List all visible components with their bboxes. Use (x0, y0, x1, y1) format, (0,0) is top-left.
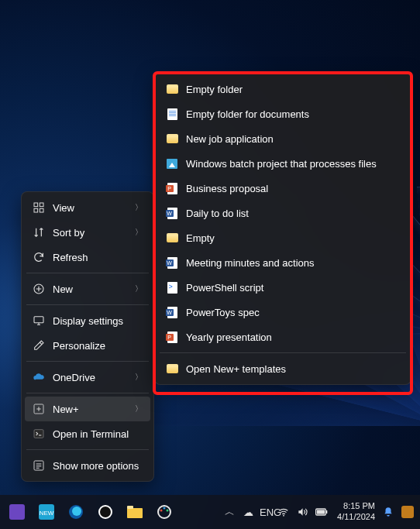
flyout-item-label: Open New+ templates (186, 363, 400, 375)
flyout-item-windows-batch-project-that-processes-files[interactable]: Windows batch project that processes fil… (158, 151, 408, 176)
menu-item-new-[interactable]: New+〉 (25, 397, 150, 421)
menu-item-show-more-options[interactable]: Show more options (25, 453, 150, 478)
menu-separator (160, 352, 406, 353)
svg-rect-5 (34, 317, 43, 323)
chevron-right-icon: 〉 (135, 404, 143, 414)
taskbar: NEW ︿ ☁ ENG 8:15 PM 4/11/2024 (0, 495, 420, 529)
img-icon (166, 157, 178, 170)
flyout-item-label: Windows batch project that processes fil… (186, 158, 400, 170)
folder-icon (166, 362, 178, 375)
svg-rect-8 (34, 461, 43, 470)
taskbar-app-paint[interactable] (150, 498, 178, 526)
menu-item-label: Open in Terminal (53, 428, 143, 440)
svg-rect-9 (9, 504, 25, 520)
chevron-right-icon: 〉 (135, 372, 143, 383)
tray-language[interactable]: ENG (260, 507, 274, 518)
flyout-item-label: New job application (186, 133, 400, 145)
menu-item-label: Sort by (53, 227, 127, 239)
taskbar-app-explorer[interactable] (121, 498, 149, 526)
flyout-item-empty-folder[interactable]: Empty folder (158, 77, 408, 101)
terminal-icon (33, 428, 45, 440)
menu-item-label: Personalize (53, 340, 143, 352)
tray-volume-icon[interactable] (297, 507, 311, 517)
folder-icon (166, 132, 178, 145)
chevron-right-icon: 〉 (135, 227, 143, 238)
flyout-item-label: Empty folder (186, 84, 400, 95)
flyout-item-powershell-script[interactable]: PowerShell script (158, 275, 408, 300)
menu-separator (26, 304, 149, 305)
notifications-icon[interactable] (383, 507, 397, 517)
flyout-item-meeting-minutes-and-actions[interactable]: Meeting minutes and actions (158, 250, 408, 275)
flyout-item-empty[interactable]: Empty (158, 225, 408, 250)
view-icon (33, 201, 45, 214)
ps-icon (166, 281, 178, 294)
tray-extra-icon[interactable] (401, 506, 415, 518)
tray-wifi-icon[interactable] (278, 507, 292, 517)
menu-item-label: View (53, 202, 127, 214)
desktop-context-menu: View〉Sort by〉RefreshNew〉Display settings… (21, 191, 154, 482)
menu-item-open-in-terminal[interactable]: Open in Terminal (25, 421, 150, 446)
ppt-icon (166, 182, 178, 194)
flyout-item-yearly-presentation[interactable]: Yearly presentation (158, 325, 408, 349)
menu-item-refresh[interactable]: Refresh (25, 245, 150, 270)
taskbar-app-github[interactable] (91, 498, 119, 526)
svg-point-15 (100, 507, 111, 517)
menu-separator (26, 449, 149, 450)
svg-point-13 (72, 507, 81, 516)
clock-time: 8:15 PM (337, 501, 375, 512)
sort-icon (33, 226, 45, 239)
flyout-item-empty-folder-for-documents[interactable]: Empty folder for documents (158, 101, 408, 126)
taskbar-app-edge[interactable] (62, 498, 90, 526)
more-icon (33, 459, 45, 472)
menu-separator (26, 361, 149, 362)
tray-battery-icon[interactable] (315, 508, 329, 516)
menu-item-onedrive[interactable]: OneDrive〉 (25, 365, 150, 390)
svg-rect-25 (326, 510, 327, 514)
taskbar-app-1[interactable] (3, 498, 31, 526)
menu-item-label: New+ (53, 404, 127, 415)
flyout-item-powertoys-spec[interactable]: PowerToys spec (158, 300, 408, 325)
flyout-item-label: PowerToys spec (186, 307, 400, 318)
taskbar-app-2[interactable]: NEW (33, 498, 60, 526)
taskbar-clock[interactable]: 8:15 PM 4/11/2024 (334, 501, 378, 523)
menu-item-view[interactable]: View〉 (25, 195, 150, 220)
wdoc-icon (166, 108, 178, 120)
menu-separator (26, 393, 149, 393)
menu-item-new[interactable]: New〉 (25, 277, 150, 301)
svg-rect-26 (401, 506, 414, 518)
folder-icon (166, 232, 178, 244)
chevron-right-icon: 〉 (135, 202, 143, 213)
svg-rect-16 (127, 508, 143, 518)
flyout-item-label: Empty (186, 232, 400, 244)
menu-separator (26, 273, 149, 273)
ppt-icon (166, 331, 178, 343)
refresh-icon (33, 251, 45, 263)
taskbar-pinned-apps: NEW (0, 498, 178, 526)
personalize-icon (33, 339, 45, 352)
flyout-item-label: Yearly presentation (186, 331, 400, 343)
svg-rect-17 (127, 506, 133, 509)
clock-date: 4/11/2024 (337, 512, 375, 523)
menu-item-display-settings[interactable]: Display settings (25, 308, 150, 333)
folder-icon (166, 83, 178, 95)
display-icon (33, 314, 45, 327)
newplus-icon (33, 403, 45, 415)
flyout-item-open-new-templates[interactable]: Open New+ templates (158, 356, 408, 381)
newplus-flyout: Empty folderEmpty folder for documentsNe… (154, 73, 411, 385)
menu-item-label: Show more options (53, 460, 143, 472)
svg-text:NEW: NEW (40, 510, 54, 517)
svg-rect-3 (40, 208, 43, 212)
flyout-item-daily-to-do-list[interactable]: Daily to do list (158, 201, 408, 225)
chevron-right-icon: 〉 (135, 283, 143, 294)
flyout-item-new-job-application[interactable]: New job application (158, 126, 408, 151)
tray-overflow-icon[interactable]: ︿ (222, 505, 236, 519)
tray-weather-icon[interactable]: ☁ (241, 507, 255, 518)
flyout-item-label: Meeting minutes and actions (186, 257, 400, 269)
menu-item-personalize[interactable]: Personalize (25, 333, 150, 358)
menu-item-label: New (53, 283, 127, 295)
svg-rect-24 (317, 510, 325, 514)
svg-rect-7 (34, 430, 43, 438)
menu-item-sort-by[interactable]: Sort by〉 (25, 220, 150, 245)
word-icon (166, 256, 178, 269)
flyout-item-business-proposal[interactable]: Business proposal (158, 176, 408, 201)
